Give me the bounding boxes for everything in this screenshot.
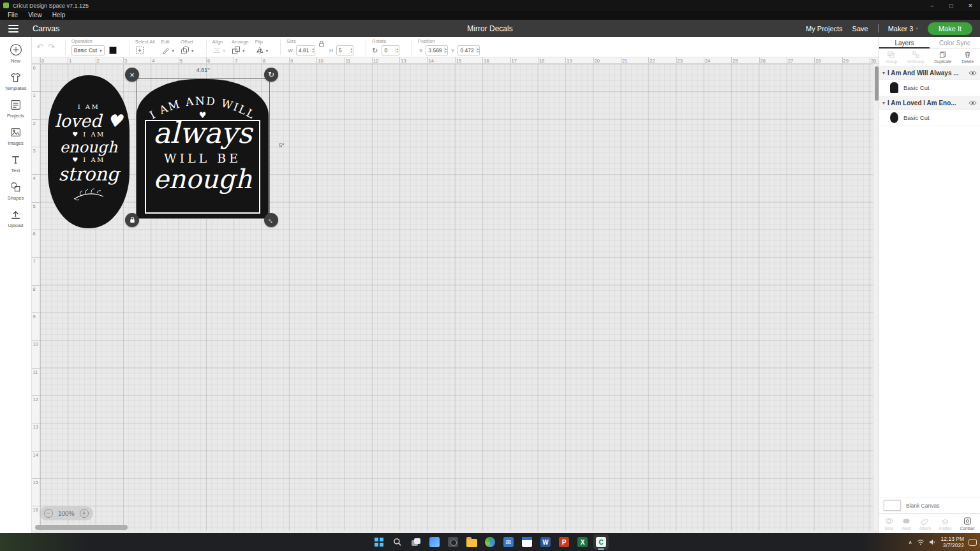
ruler-mark: 24: [705, 58, 710, 64]
sidebar-item-text[interactable]: Text: [0, 154, 31, 173]
close-button[interactable]: ✕: [961, 0, 980, 11]
flip-button[interactable]: ▾: [255, 46, 269, 55]
hamburger-menu-icon[interactable]: [8, 25, 19, 33]
canvas-color-swatch[interactable]: [884, 500, 901, 511]
taskbar-start-icon[interactable]: [371, 534, 387, 550]
position-x-input[interactable]: 3.569 ▴▾: [426, 45, 448, 55]
operation-select[interactable]: Basic Cut ▾: [71, 45, 105, 55]
aspect-lock-icon[interactable]: [318, 38, 325, 50]
minimize-button[interactable]: –: [923, 0, 942, 11]
visibility-eye-icon[interactable]: [969, 70, 977, 76]
taskbar-calendar-icon[interactable]: [519, 534, 535, 550]
sidebar-item-new[interactable]: New: [0, 43, 31, 64]
offset-button[interactable]: ▾: [181, 46, 194, 55]
tray-chevron-icon[interactable]: ∧: [909, 540, 912, 545]
redo-button[interactable]: ↷: [48, 43, 55, 51]
taskbar-word-icon[interactable]: W: [538, 534, 553, 550]
tab-color-sync[interactable]: Color Sync: [930, 37, 980, 48]
vertical-scrollbar[interactable]: [873, 64, 879, 531]
machine-select[interactable]: Maker 3 ▾: [888, 25, 918, 33]
visibility-eye-icon[interactable]: [969, 100, 977, 106]
tab-layers[interactable]: Layers: [879, 37, 930, 48]
zoom-out-button[interactable]: −: [44, 509, 53, 518]
sidebar-item-projects[interactable]: Projects: [0, 99, 31, 119]
group-button[interactable]: Group: [886, 51, 897, 64]
selection-height-label: 5": [279, 142, 284, 149]
rotate-handle[interactable]: ↻: [264, 68, 278, 82]
resize-handle[interactable]: ↔: [264, 213, 278, 227]
layer-group-row[interactable]: ▾I Am Loved I Am Eno...: [879, 96, 980, 110]
layer-row[interactable]: Basic Cut: [879, 80, 980, 96]
ungroup-button[interactable]: UnGroup: [907, 51, 924, 64]
ruler-mark: 9: [33, 314, 36, 320]
menu-file[interactable]: File: [3, 11, 23, 20]
ruler-mark: 21: [622, 58, 627, 64]
horizontal-scrollbar[interactable]: [35, 525, 128, 530]
scrollbar-thumb[interactable]: [875, 66, 879, 101]
shapes-icon: [10, 181, 22, 193]
ruler-mark: 11: [33, 369, 38, 375]
selection-bounding-box[interactable]: [136, 78, 270, 219]
taskbar-clock[interactable]: 12:13 PM 2/7/2022: [941, 536, 964, 548]
wifi-icon[interactable]: [917, 539, 924, 545]
width-input[interactable]: 4.81 ▴▾: [296, 45, 315, 55]
taskbar-task-view-icon[interactable]: [408, 534, 424, 550]
maximize-button[interactable]: □: [942, 0, 961, 11]
taskbar-file-explorer-icon[interactable]: [464, 534, 479, 550]
menu-view[interactable]: View: [23, 11, 47, 20]
taskbar-mail-icon[interactable]: ✉: [501, 534, 516, 550]
align-icon: [212, 46, 221, 55]
align-button[interactable]: ▾: [212, 46, 226, 55]
delete-button[interactable]: Delete: [961, 51, 974, 64]
edit-button[interactable]: ▾: [161, 46, 175, 55]
toolbar-divider: [129, 40, 130, 55]
my-projects-link[interactable]: My Projects: [806, 25, 842, 33]
layer-group-row[interactable]: ▾I Am And Will Always ...: [879, 66, 980, 80]
taskbar-cricut-icon[interactable]: C: [593, 534, 609, 550]
taskbar-camera-icon[interactable]: [445, 534, 461, 550]
attach-button[interactable]: Attach: [919, 517, 931, 531]
sidebar-item-templates[interactable]: Templates: [0, 71, 31, 91]
layer-color-swatch[interactable]: [109, 47, 117, 54]
slice-button[interactable]: Slice: [884, 517, 893, 531]
expander-icon[interactable]: ▾: [882, 70, 885, 76]
select-all-button[interactable]: [135, 46, 155, 55]
taskbar-powerpoint-icon[interactable]: P: [556, 534, 572, 550]
lock-handle[interactable]: [125, 213, 139, 227]
height-stepper[interactable]: ▴▾: [350, 47, 353, 54]
taskbar-excel-icon[interactable]: X: [575, 534, 590, 550]
layer-row[interactable]: Basic Cut: [879, 110, 980, 126]
sidebar-item-shapes[interactable]: Shapes: [0, 181, 31, 201]
flip-group: Flip ▾: [255, 39, 269, 55]
height-input[interactable]: 5 ▴▾: [336, 45, 354, 55]
rotate-input[interactable]: 0 ▴▾: [382, 45, 399, 55]
rotate-stepper[interactable]: ▴▾: [395, 47, 399, 54]
decal-oval-object[interactable]: I AMloved ♥♥ I AMenough♥ I AMstrong: [48, 75, 130, 228]
arrange-button[interactable]: ▾: [232, 46, 249, 55]
position-x-stepper[interactable]: ▴▾: [444, 47, 448, 54]
width-stepper[interactable]: ▴▾: [311, 47, 315, 54]
taskbar-search-icon[interactable]: [390, 534, 405, 550]
edit-group: Edit ▾: [161, 39, 175, 55]
duplicate-button[interactable]: Duplicate: [934, 51, 951, 64]
save-link[interactable]: Save: [852, 25, 868, 33]
expander-icon[interactable]: ▾: [882, 100, 885, 106]
volume-icon[interactable]: [929, 539, 937, 545]
offset-group: Offset ▾: [181, 39, 194, 55]
zoom-in-button[interactable]: +: [80, 509, 89, 518]
blank-canvas-row[interactable]: Blank Canvas: [879, 497, 980, 513]
sidebar-item-upload[interactable]: Upload: [0, 209, 31, 228]
make-it-button[interactable]: Make It: [928, 22, 972, 35]
menu-help[interactable]: Help: [47, 11, 71, 20]
weld-button[interactable]: Weld: [902, 517, 911, 531]
notification-icon[interactable]: [969, 539, 977, 546]
taskbar-browser-icon[interactable]: [482, 534, 498, 550]
sidebar-item-images[interactable]: Images: [0, 126, 31, 146]
undo-button[interactable]: ↶: [36, 43, 43, 51]
flatten-button[interactable]: Flatten: [939, 517, 952, 531]
contour-button[interactable]: Contour: [960, 517, 974, 531]
taskbar-widgets-icon[interactable]: [427, 534, 442, 550]
position-y-stepper[interactable]: ▴▾: [476, 47, 480, 54]
delete-handle[interactable]: ×: [125, 68, 139, 82]
position-y-input[interactable]: 0.472 ▴▾: [457, 45, 480, 55]
